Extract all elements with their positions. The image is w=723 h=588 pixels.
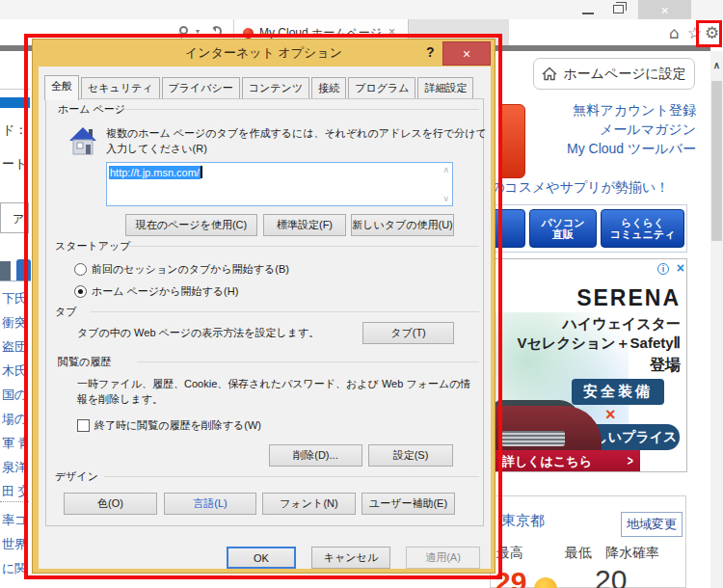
nav-button-label: 直販 [552, 228, 574, 240]
promo-text: のコスメやサプリが勢揃い！ [491, 179, 669, 197]
link-mail-magazine[interactable]: メールマガジン [521, 120, 696, 139]
campaign-banner-fragment[interactable] [500, 104, 525, 178]
ad-cta-label: 詳しくはこちら [502, 453, 592, 470]
ad-headline: ハイウェイスター [563, 315, 681, 334]
ad-info-icon[interactable]: i [657, 263, 669, 275]
ad-car-image [501, 431, 565, 446]
window-close-button[interactable]: × [638, 0, 691, 20]
minimize-icon[interactable] [582, 13, 594, 14]
link-mycloud-toolbar[interactable]: My Cloud ツールバー [521, 139, 696, 158]
nav-button-pc-sales[interactable]: パソコン 直販 [529, 209, 597, 248]
ad-cta-arrow-icon: > [628, 453, 633, 469]
ad-cta-button[interactable]: 詳しくはこちら > [494, 450, 640, 472]
set-homepage-button[interactable]: ホームページに設定 [533, 58, 695, 90]
change-region-button[interactable]: 地域変更 [621, 512, 683, 537]
set-homepage-label: ホームページに設定 [563, 66, 686, 83]
home-outline-icon [542, 67, 557, 81]
page-search-fragment-label: ア [13, 212, 24, 226]
nav-button-label: らくらく [621, 217, 664, 228]
page-tab-fragment[interactable] [0, 261, 11, 281]
account-links: 無料アカウント登録 メールマガジン My Cloud ツールバー [521, 100, 696, 158]
ad-headline: 登場 [650, 356, 681, 376]
ad-badge-safety: 安全装備 [572, 379, 664, 405]
nav-button-label: パソコン [541, 217, 584, 228]
scrollbar-thumb[interactable] [711, 81, 722, 241]
weather-col-low: 最低 [565, 545, 592, 562]
weather-col-rain: 降水確率 [605, 545, 659, 562]
weather-rain-value: 20 [595, 564, 627, 588]
scrollbar-up-icon[interactable]: ∧ [710, 55, 723, 74]
weather-widget: ：東京都 地域変更 最高 最低 降水確率 29 20 [490, 495, 686, 588]
restore-icon[interactable] [613, 5, 624, 13]
nav-button-rakuraku-community[interactable]: らくらく コミュニティ [601, 209, 684, 248]
annotation-gear-highlight [696, 20, 722, 47]
ad-banner[interactable]: i × SERENA ハイウェイスター Vセレクション＋SafetyⅡ 登場 安… [493, 258, 687, 472]
ad-cross-icon: × [605, 405, 616, 425]
ad-brand-logo: SERENA [576, 285, 681, 311]
link-free-account[interactable]: 無料アカウント登録 [521, 100, 696, 120]
screen: × ▾ My Cloud ホームページ × ⌂ ☆ ⚙ ∧ ド： ート ア 下氏… [0, 0, 723, 588]
annotation-dialog-highlight [24, 34, 502, 579]
window-close-icon: × [660, 3, 668, 18]
sun-icon [534, 577, 557, 588]
nav-button-label: コミュニティ [610, 228, 676, 240]
home-icon[interactable]: ⌂ [669, 23, 680, 42]
ad-close-icon[interactable]: × [677, 260, 684, 276]
ad-headline: Vセレクション＋SafetyⅡ [517, 334, 681, 353]
